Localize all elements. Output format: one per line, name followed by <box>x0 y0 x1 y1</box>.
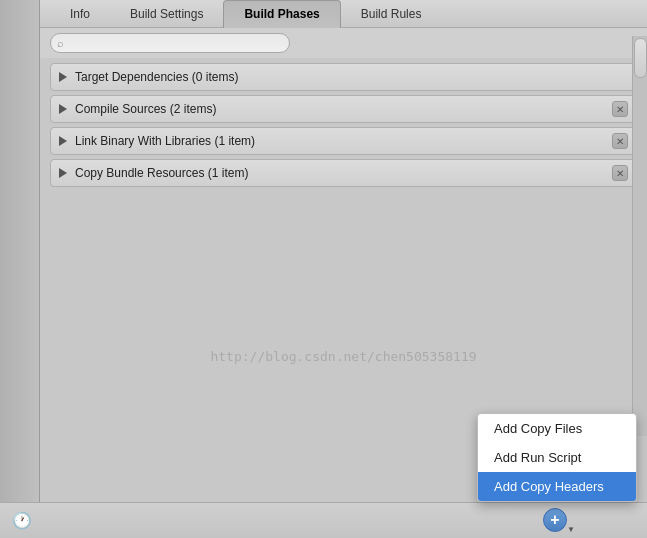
phases-list: Target Dependencies (0 items) Compile So… <box>40 58 647 196</box>
left-sidebar <box>0 0 40 538</box>
phase-close-button[interactable]: ✕ <box>612 133 628 149</box>
expand-triangle <box>59 72 67 82</box>
tab-build-settings[interactable]: Build Settings <box>110 0 223 28</box>
phase-row[interactable]: Target Dependencies (0 items) <box>50 63 637 91</box>
phase-label: Compile Sources (2 items) <box>75 102 612 116</box>
phase-label: Target Dependencies (0 items) <box>75 70 628 84</box>
scroll-thumb[interactable] <box>634 38 647 78</box>
phase-label: Copy Bundle Resources (1 item) <box>75 166 612 180</box>
history-icon[interactable]: 🕐 <box>10 509 34 533</box>
add-button-arrow: ▼ <box>567 525 575 534</box>
phase-close-button[interactable]: ✕ <box>612 101 628 117</box>
tab-bar: Info Build Settings Build Phases Build R… <box>40 0 647 28</box>
phase-row[interactable]: Link Binary With Libraries (1 item) ✕ <box>50 127 637 155</box>
phase-row[interactable]: Compile Sources (2 items) ✕ <box>50 95 637 123</box>
add-copy-files-item[interactable]: Add Copy Files <box>478 414 636 443</box>
search-input[interactable] <box>50 33 290 53</box>
search-icon: ⌕ <box>57 37 64 49</box>
dropdown-menu: Add Copy Files Add Run Script Add Copy H… <box>477 413 637 502</box>
add-run-script-item[interactable]: Add Run Script <box>478 443 636 472</box>
phase-row[interactable]: Copy Bundle Resources (1 item) ✕ <box>50 159 637 187</box>
tab-build-phases[interactable]: Build Phases <box>223 0 340 28</box>
expand-triangle <box>59 104 67 114</box>
search-wrapper: ⌕ <box>50 33 290 53</box>
tab-build-rules[interactable]: Build Rules <box>341 0 442 28</box>
add-button[interactable]: + <box>543 508 567 532</box>
expand-triangle <box>59 168 67 178</box>
search-bar: ⌕ <box>40 28 647 58</box>
tab-info[interactable]: Info <box>50 0 110 28</box>
expand-triangle <box>59 136 67 146</box>
scroll-indicator[interactable] <box>632 36 647 436</box>
add-copy-headers-item[interactable]: Add Copy Headers <box>478 472 636 501</box>
phase-close-button[interactable]: ✕ <box>612 165 628 181</box>
phase-label: Link Binary With Libraries (1 item) <box>75 134 612 148</box>
watermark-text: http://blog.csdn.net/chen505358119 <box>210 349 476 364</box>
